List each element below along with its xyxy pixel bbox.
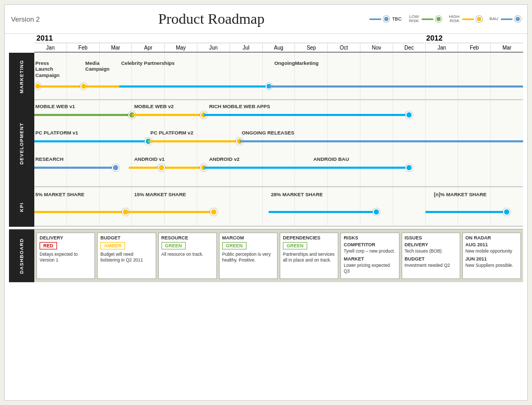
marketing-section: MARKETING PressLaunchCampaign MediaCampa… xyxy=(9,53,523,100)
radar-aug: AUG 2011 New mobile opportunity xyxy=(466,242,518,254)
development-section: DEVELOPMENT MOBILE WEB v1 MOBILE WEB v2 … xyxy=(9,100,523,187)
mobile-web-v1-bar xyxy=(34,114,132,116)
delivery-text: Delays expected to Version 1 xyxy=(40,252,92,263)
month-oct: Oct xyxy=(328,43,360,52)
budget-status: AMBER xyxy=(100,242,125,249)
month-feb-1: Feb xyxy=(67,43,100,52)
header: Version 2 Product Roadmap TBC LOWRISK HI… xyxy=(5,5,527,34)
issues-card: ISSUES DELIVERY Tech issues (BOB) BUDGET… xyxy=(402,233,460,279)
mobile-web-v1-label: MOBILE WEB v1 xyxy=(35,103,75,109)
radar-aug-heading: AUG 2011 xyxy=(466,242,518,247)
resource-text: All resource on track. xyxy=(162,252,214,257)
on-radar-card: ON RADAR AUG 2011 New mobile opportunity… xyxy=(462,233,521,279)
risks-card: RISKS COMPETITOR Tyrell corp – new produ… xyxy=(340,233,399,279)
timeline-header: 2011 2012 Jan Feb Mar Apr May Jun Jul Au… xyxy=(9,34,523,53)
month-nov: Nov xyxy=(360,43,393,52)
dashboard-label: DASHBOARD xyxy=(9,229,34,282)
tbc-dot xyxy=(383,16,390,22)
media-campaign-bar xyxy=(83,85,119,88)
pc-v2-bar xyxy=(148,140,240,142)
delivery-status: RED xyxy=(40,242,57,249)
month-may: May xyxy=(165,43,197,52)
issues-title: ISSUES xyxy=(405,235,457,240)
kpi-content: 5% MARKET SHARE 15% MARKET SHARE 28% MAR… xyxy=(34,187,523,227)
android-v1-bar xyxy=(129,167,204,169)
media-campaign-label: MediaCampaign xyxy=(86,60,110,72)
kpi-28pct-dot xyxy=(373,208,380,216)
month-feb-2: Feb xyxy=(458,43,491,52)
celebrity-bar xyxy=(119,85,269,88)
risks-market: MARKET Lower pricing expected Q3 xyxy=(344,256,396,274)
marcom-title: MARCOM xyxy=(222,235,274,240)
mobile-web-v2-bar xyxy=(132,114,204,116)
marketing-label: MARKETING xyxy=(9,53,34,100)
pc-v1-label: PC PLATFORM v1 xyxy=(35,130,78,136)
kpi-n-label: [n]% MARKET SHARE xyxy=(434,191,487,197)
high-risk-text: HIGHRISK xyxy=(449,15,460,23)
legend-tbc: TBC xyxy=(369,16,402,22)
legend-bau: BAU xyxy=(490,16,521,22)
ongoing-marketing-bar xyxy=(269,85,523,88)
months-row: Jan Feb Mar Apr May Jun Jul Aug Sep Oct … xyxy=(34,43,523,53)
android-v1-label: ANDROID v1 xyxy=(134,156,165,162)
issues-delivery: DELIVERY Tech issues (BOB) xyxy=(405,242,457,254)
high-risk-dot xyxy=(476,16,482,22)
year-2011: 2011 xyxy=(34,34,424,43)
press-launch-label: PressLaunchCampaign xyxy=(35,60,60,78)
marcom-card: MARCOM GREEN Public perception is very h… xyxy=(219,233,278,279)
years-row: 2011 2012 xyxy=(34,34,523,43)
resource-title: RESOURCE xyxy=(162,235,214,240)
budget-title: BUDGET xyxy=(100,235,153,240)
research-bar xyxy=(34,167,116,169)
risks-title: RISKS xyxy=(344,235,396,240)
radar-jun: JUN 2011 New Suppliers possible. xyxy=(466,256,518,268)
android-v2-label: ANDROID v2 xyxy=(209,156,240,162)
kpi-section: KPI 5% MARKET SHARE 15% MARKET SHARE 28%… xyxy=(9,187,523,227)
rich-mobile-dot xyxy=(405,111,413,119)
issues-budget-heading: BUDGET xyxy=(405,256,457,262)
radar-jun-text: New Suppliers possible. xyxy=(466,263,518,268)
delivery-title: DELIVERY xyxy=(40,235,92,240)
month-mar-1: Mar xyxy=(100,43,132,52)
kpi-label: KPI xyxy=(9,187,34,227)
version-label: Version 2 xyxy=(11,15,53,23)
issues-budget: BUDGET Investment needed Q2 xyxy=(405,256,457,268)
dependencies-status: GREEN xyxy=(283,242,307,249)
delivery-card: DELIVERY RED Delays expected to Version … xyxy=(36,233,95,279)
legend-low-risk: LOWRISK xyxy=(409,15,442,23)
radar-aug-text: New mobile opportunity xyxy=(466,248,518,254)
dependencies-text: Partnerships and services all in place a… xyxy=(283,252,335,263)
research-label: RESEARCH xyxy=(35,156,63,162)
budget-text: Budget will need bolstering in Q2 2011 xyxy=(100,252,153,263)
low-risk-text: LOWRISK xyxy=(409,15,419,23)
issues-delivery-text: Tech issues (BOB) xyxy=(405,248,457,254)
celebrity-label: Celebrity Partnerships xyxy=(121,60,175,66)
main-container: Version 2 Product Roadmap TBC LOWRISK HI… xyxy=(4,4,528,401)
kpi-5pct-label: 5% MARKET SHARE xyxy=(35,191,84,197)
tbc-label: TBC xyxy=(392,16,402,22)
press-launch-bar xyxy=(36,85,85,88)
kpi-5pct-bar xyxy=(34,211,126,213)
month-jun: Jun xyxy=(197,43,230,52)
ongoing-marketing-label: OngoingMarketing xyxy=(274,60,319,66)
android-v1-dot1 xyxy=(158,164,165,171)
bau-text: BAU xyxy=(490,17,498,21)
kpi-28pct-label: 28% MARKET SHARE xyxy=(271,191,322,197)
timeline-years: 2011 2012 Jan Feb Mar Apr May Jun Jul Au… xyxy=(34,34,523,53)
month-jan-1: Jan xyxy=(34,43,67,52)
android-v2-bar xyxy=(204,167,311,169)
month-jan-2: Jan xyxy=(426,43,459,52)
competitor-text: Tyrell corp – new product. xyxy=(344,248,396,254)
development-content: MOBILE WEB v1 MOBILE WEB v2 RICH MOBILE … xyxy=(34,100,523,187)
month-dec: Dec xyxy=(393,43,426,52)
issues-delivery-heading: DELIVERY xyxy=(405,242,457,247)
month-mar-2: Mar xyxy=(491,43,523,52)
budget-card: BUDGET AMBER Budget will need bolstering… xyxy=(97,233,156,279)
year-2012: 2012 xyxy=(424,34,523,43)
low-risk-dot xyxy=(435,16,442,22)
resource-card: RESOURCE GREEN All resource on track. xyxy=(158,233,217,279)
timeline-spacer xyxy=(9,34,34,53)
competitor-heading: COMPETITOR xyxy=(344,242,396,247)
month-aug: Aug xyxy=(263,43,296,52)
android-bau-dot xyxy=(405,164,413,171)
